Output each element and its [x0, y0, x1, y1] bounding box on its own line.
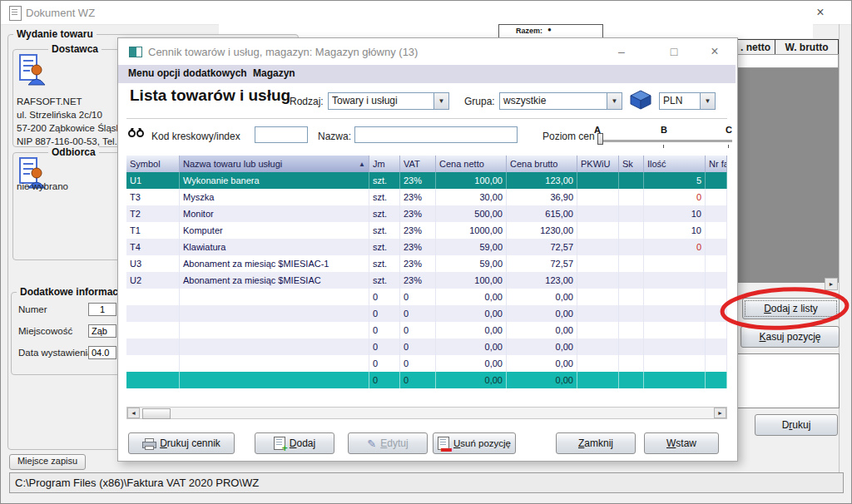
cell-sk — [619, 222, 644, 239]
table-row[interactable]: T2Monitorszt.23%500,00615,0010 — [126, 205, 727, 222]
cell-jm: 0 — [369, 305, 400, 322]
column-header-netto[interactable]: Cena netto — [436, 156, 507, 172]
maximize-icon[interactable]: □ — [661, 40, 686, 63]
dodatkowe-informacje-label: Dodatkowe informacje — [17, 286, 130, 298]
horizontal-scrollbar[interactable]: ◄ ► — [126, 407, 727, 419]
print-pricelist-button[interactable]: Drukuj cennik — [128, 432, 235, 454]
cell-brutto: 0,00 — [507, 322, 577, 338]
cell-ilosc — [644, 272, 706, 289]
page-title: Lista towarów i usług — [130, 86, 290, 105]
chevron-down-icon[interactable]: ▼ — [433, 93, 448, 109]
dialog-menubar: Menu opcji dodatkowych Magazyn — [118, 65, 736, 83]
main-close-icon[interactable]: × — [810, 4, 830, 21]
column-header-nazwa[interactable]: Nazwa towaru lub usługi▲ — [180, 156, 369, 172]
edit-button[interactable]: ✎ Edytuj — [348, 432, 428, 454]
cell-symbol: T2 — [126, 205, 180, 222]
data-wystawienia-label: Data wystawienia — [18, 348, 92, 358]
add-button[interactable]: + Dodaj — [255, 432, 334, 454]
sort-ascending-icon: ▲ — [359, 161, 365, 168]
rodzaj-value: Towary i usługi — [329, 93, 433, 109]
price-level-slider-handle[interactable] — [597, 133, 603, 145]
scrollbar-track[interactable] — [140, 408, 714, 418]
close-icon[interactable]: × — [702, 40, 727, 63]
cell-jm: 0 — [369, 338, 400, 355]
cell-jm: szt. — [369, 239, 400, 255]
close-button[interactable]: Zamknij — [556, 432, 636, 454]
cell-pkwiu — [577, 305, 619, 322]
column-header-jm[interactable]: Jm — [369, 156, 400, 172]
menu-magazyn[interactable]: Magazyn — [253, 67, 295, 79]
netto-column-header[interactable]: . netto — [736, 39, 775, 55]
table-row[interactable]: T3Myszkaszt.23%30,0036,900 — [126, 189, 727, 205]
column-header-sk[interactable]: Sk — [619, 156, 644, 172]
table-row[interactable]: 000,000,00 — [126, 322, 727, 338]
table-row[interactable]: U2Abonament za miesiąc $MIESIACszt.23%10… — [126, 272, 727, 289]
delete-item-button[interactable]: Kasuj pozycję — [741, 326, 840, 348]
grupa-label: Grupa: — [464, 96, 495, 107]
table-row[interactable]: U3Abonament za miesiąc $MIESIAC-1szt.23%… — [126, 255, 727, 272]
rodzaj-select[interactable]: Towary i usługi ▼ — [328, 92, 449, 110]
column-header-vat[interactable]: VAT — [400, 156, 436, 172]
insert-button[interactable]: Wstaw — [644, 432, 719, 454]
scroll-right-icon[interactable]: ► — [825, 278, 838, 290]
cell-vat: 23% — [400, 255, 436, 272]
scrollbar-thumb[interactable] — [142, 408, 171, 419]
data-wystawienia-field[interactable] — [88, 346, 116, 359]
print-button[interactable]: Drukuj — [755, 414, 838, 436]
table-row[interactable]: T4Klawiaturaszt.23%59,0072,570 — [126, 239, 727, 255]
table-row[interactable]: U1Wykonanie baneraszt.23%100,00123,005 — [126, 172, 727, 189]
table-row[interactable]: 000,000,00 — [126, 289, 727, 305]
column-header-symbol[interactable]: Symbol — [126, 156, 180, 172]
add-from-list-button[interactable]: Dodaj z listy — [742, 298, 840, 319]
chevron-down-icon[interactable]: ▼ — [607, 93, 622, 109]
brutto-column-header[interactable]: W. brutto — [775, 39, 839, 55]
scroll-left-icon[interactable]: ◄ — [127, 408, 140, 418]
grupa-select[interactable]: wszystkie ▼ — [499, 92, 622, 110]
document-icon — [9, 6, 22, 21]
notes-listbox[interactable] — [736, 353, 840, 408]
table-row[interactable]: 000,000,00 — [126, 338, 727, 355]
cell-symbol — [126, 305, 180, 322]
cell-nazwa: Wykonanie banera — [180, 172, 369, 189]
cell-sk — [619, 239, 644, 255]
wydanie-towaru-label: Wydanie towaru — [13, 28, 97, 40]
razem-radio[interactable]: ● — [547, 26, 552, 33]
table-row[interactable]: T1Komputerszt.23%1000,001230,0010 — [126, 222, 727, 239]
cube-icon[interactable] — [629, 89, 652, 111]
column-header-brutto[interactable]: Cena brutto — [507, 156, 577, 172]
numer-field[interactable] — [88, 303, 116, 316]
currency-select[interactable]: PLN ▼ — [659, 92, 716, 110]
column-header-nrfa[interactable]: Nr fa — [706, 156, 727, 172]
table-row[interactable]: 000,000,00 — [126, 355, 727, 372]
cell-sk — [619, 338, 644, 355]
cell-pkwiu — [577, 239, 619, 255]
miejscowosc-field[interactable] — [88, 324, 116, 338]
numer-label: Numer — [18, 304, 47, 314]
rodzaj-label: Rodzaj: — [290, 96, 324, 107]
menu-opcje-dodatkowe[interactable]: Menu opcji dodatkowych — [128, 67, 247, 79]
cell-ilosc: 10 — [644, 222, 706, 239]
cell-nazwa: Abonament za miesiąc $MIESIAC — [180, 272, 369, 289]
chevron-down-icon[interactable]: ▼ — [700, 93, 715, 109]
price-level-slider-track[interactable] — [599, 140, 732, 143]
cell-pkwiu — [577, 338, 619, 355]
column-header-pkwiu[interactable]: PKWiU — [577, 156, 619, 172]
table-row[interactable]: 000,000,00 — [126, 305, 727, 322]
cell-brutto: 0,00 — [507, 372, 577, 388]
column-header-ilosc[interactable]: Ilość — [644, 156, 706, 172]
table-total-row[interactable]: 000,000,00 — [126, 372, 727, 388]
remove-button[interactable]: ▬ Usuń pozycję — [433, 432, 516, 454]
recipient-value: nie wybrano — [17, 180, 68, 193]
name-input[interactable] — [354, 126, 518, 143]
save-place-button[interactable]: Miejsce zapisu — [9, 454, 86, 470]
minimize-icon[interactable]: – — [609, 40, 634, 63]
cell-sk — [619, 289, 644, 305]
remove-document-icon: ▬ — [438, 437, 449, 450]
cell-nazwa: Abonament za miesiąc $MIESIAC-1 — [180, 255, 369, 272]
scroll-right-icon[interactable]: ► — [714, 408, 726, 418]
cell-vat: 0 — [400, 289, 436, 305]
insert-label: Wstaw — [666, 437, 696, 449]
barcode-input[interactable] — [255, 126, 308, 143]
cell-jm: szt. — [369, 172, 400, 189]
miejscowosc-label: Miejscowość — [18, 326, 72, 336]
